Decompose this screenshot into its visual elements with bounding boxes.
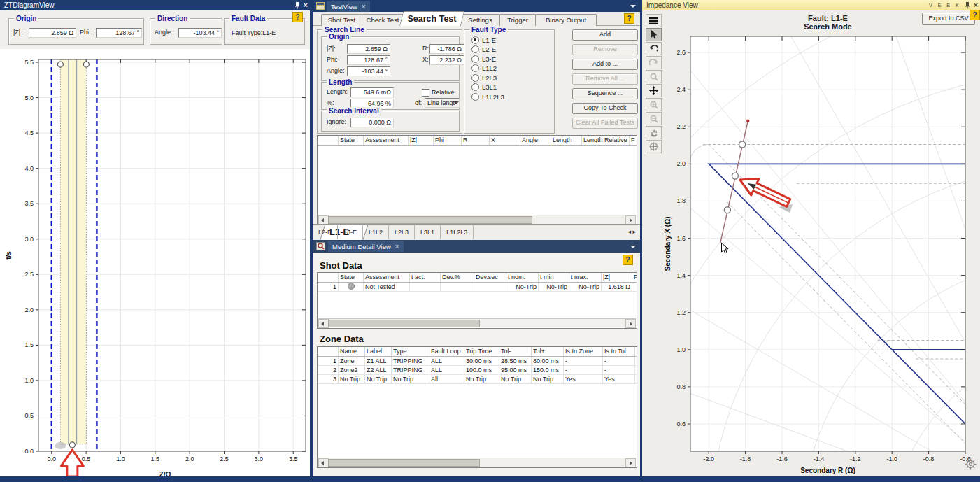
- zone-col-Label[interactable]: Label: [365, 347, 392, 356]
- zone-col-Trip Time[interactable]: Trip Time: [464, 347, 499, 356]
- shot-col-Phi[interactable]: Phi: [632, 273, 637, 282]
- pin-icon[interactable]: [964, 1, 971, 9]
- zone-table-row[interactable]: 2Zone2Z2 ALLTRIPPINGALL100.0 ms95.00 ms1…: [318, 366, 637, 375]
- zone-col-Is In Zone[interactable]: Is In Zone: [564, 347, 603, 356]
- sl-r-field[interactable]: -1.786 Ω: [429, 44, 464, 54]
- fault-type-radio-l3-e[interactable]: L3-E: [471, 55, 551, 63]
- shot-hscrollbar[interactable]: [318, 318, 636, 327]
- shot-col-|Z|[interactable]: |Z|: [602, 273, 632, 282]
- panel-splitter-right[interactable]: [640, 0, 642, 476]
- shot-table-row[interactable]: 1Not TestedNo-TripNo-TripNo-Trip1.618 Ω4: [318, 283, 637, 292]
- copy-to-check-button[interactable]: Copy To Check: [572, 103, 638, 114]
- fault-type-radio-l1-e[interactable]: L1-E: [471, 36, 551, 44]
- sl-z-field[interactable]: 2.859 Ω: [347, 44, 390, 54]
- tab-binary-output[interactable]: Binary Output: [535, 14, 597, 26]
- zone-col-col[interactable]: [318, 347, 339, 356]
- help-button[interactable]: ?: [292, 12, 303, 22]
- fault-type-radio-l1l2[interactable]: L1L2: [471, 65, 551, 73]
- zone-table-row[interactable]: 1ZoneZ1 ALLTRIPPINGALL30.00 ms28.50 ms80…: [318, 357, 637, 366]
- zone-col-Tol+[interactable]: Tol+: [532, 347, 564, 356]
- tab-check-test[interactable]: Check Test: [362, 14, 404, 26]
- fault-tab-l3l1[interactable]: L3L1: [415, 225, 441, 239]
- tabs-next-icon[interactable]: ▸: [632, 228, 636, 235]
- close-icon[interactable]: ×: [304, 0, 308, 10]
- detailview-window-tab[interactable]: Medium Detail View ×: [328, 241, 404, 252]
- tab-settings[interactable]: Settings: [460, 14, 500, 26]
- fault-type-radio-l2-e[interactable]: L2-E: [471, 46, 551, 54]
- impedance-chart[interactable]: -2.0-1.8-1.6-1.4-1.2-1.0-0.8-0.60.60.81.…: [642, 10, 980, 476]
- results-col-State[interactable]: State: [339, 136, 364, 145]
- results-col-Phi[interactable]: Phi: [434, 136, 462, 145]
- of-select-caret-icon[interactable]: [453, 101, 459, 104]
- remove-button[interactable]: Remove: [572, 44, 638, 55]
- zone-col-Name[interactable]: Name: [339, 347, 365, 356]
- clear-all-failed-tests-button[interactable]: Clear All Failed Tests: [572, 118, 638, 129]
- zone-hscrollbar[interactable]: [318, 458, 636, 467]
- impedance-help-button[interactable]: ?: [970, 10, 980, 20]
- testview-help-button[interactable]: ?: [624, 13, 634, 24]
- relative-checkbox[interactable]: [422, 89, 429, 97]
- settings-gear-icon[interactable]: [965, 458, 977, 470]
- fault-type-radio-l3l1[interactable]: L3L1: [471, 84, 551, 92]
- results-col-Angle[interactable]: Angle: [520, 136, 551, 145]
- zone-col-Type[interactable]: Type: [392, 347, 429, 356]
- zone-table-row[interactable]: 3No TripNo TripNo TripAllNo TripNo TripN…: [318, 375, 637, 384]
- fault-tab-l1l2l3[interactable]: L1L2L3: [441, 225, 474, 239]
- docking-buttons[interactable]: V E B K: [929, 0, 961, 10]
- zone-col-col[interactable]: [635, 347, 637, 356]
- length-field[interactable]: 649.6 mΩ: [350, 87, 394, 97]
- shot-col-row[interactable]: [318, 273, 339, 282]
- results-col-X[interactable]: X: [490, 136, 520, 145]
- export-to-csv-button[interactable]: Export to CSV: [922, 13, 975, 25]
- testview-window-tab[interactable]: TestView ×: [327, 1, 370, 12]
- fault-tab-l1l2[interactable]: L1L2: [363, 225, 389, 239]
- sequence-button[interactable]: Sequence ...: [572, 88, 638, 99]
- panel-splitter-left[interactable]: [310, 0, 313, 476]
- fault-tab-l2-e[interactable]: L2-E: [313, 225, 338, 239]
- fault-tab-l2l3[interactable]: L2L3: [389, 225, 415, 239]
- tab-search-test[interactable]: Search Test: [399, 11, 464, 26]
- results-col-F[interactable]: F: [630, 136, 637, 145]
- shot-col-t nom.[interactable]: t nom.: [506, 273, 539, 282]
- shot-col-State[interactable]: State: [339, 273, 364, 282]
- shot-col-t act.[interactable]: t act.: [410, 273, 441, 282]
- fault-tab-l3-e[interactable]: L3-E: [338, 225, 363, 239]
- testview-close-icon[interactable]: ×: [362, 1, 366, 12]
- angle-field[interactable]: -103.44 °: [178, 28, 222, 38]
- results-col-Length Relative[interactable]: Length Relative: [582, 136, 630, 145]
- results-col-R[interactable]: R: [462, 136, 490, 145]
- results-col-|Z|[interactable]: |Z|: [409, 136, 434, 145]
- tab-trigger[interactable]: Trigger: [499, 14, 536, 26]
- zt-chart[interactable]: 0.00.51.01.52.02.53.03.50.00.51.01.52.02…: [0, 49, 310, 476]
- z-field[interactable]: 2.859 Ω: [29, 28, 76, 38]
- sl-angle-field[interactable]: -103.44 °: [347, 66, 390, 76]
- add-button[interactable]: Add: [572, 29, 638, 41]
- results-hscrollbar[interactable]: [318, 215, 636, 224]
- remove-all-button[interactable]: Remove All ...: [572, 73, 638, 85]
- close-icon[interactable]: ×: [974, 0, 978, 10]
- tab-shot-test[interactable]: Shot Test: [321, 14, 362, 26]
- fault-tabs-nav[interactable]: ◂ ▸: [627, 228, 636, 235]
- pin-icon[interactable]: [294, 1, 301, 9]
- zone-col-Fault Loop[interactable]: Fault Loop: [429, 347, 464, 356]
- zone-col-Is In Tol[interactable]: Is In Tol: [603, 347, 635, 356]
- phi-field[interactable]: 128.67 °: [96, 28, 142, 38]
- shot-data-table[interactable]: StateAssessmentt act.Dev.%Dev.sect nom.t…: [317, 272, 637, 329]
- search-results-table[interactable]: StateAssessment|Z|PhiRXAngleLengthLength…: [317, 135, 637, 225]
- testview-menu-caret-icon[interactable]: [630, 5, 636, 8]
- add-to-button[interactable]: Add to ...: [572, 59, 638, 70]
- zone-col-Tol-[interactable]: Tol-: [499, 347, 532, 356]
- detailview-menu-caret-icon[interactable]: [630, 246, 636, 248]
- zone-data-table[interactable]: NameLabelTypeFault LoopTrip TimeTol-Tol+…: [317, 346, 637, 468]
- detailview-help-button[interactable]: ?: [623, 255, 633, 265]
- results-col-row[interactable]: [318, 136, 339, 145]
- results-col-Length[interactable]: Length: [551, 136, 582, 145]
- shot-col-Assessment[interactable]: Assessment: [364, 273, 410, 282]
- shot-col-Dev.%[interactable]: Dev.%: [441, 273, 474, 282]
- sl-phi-field[interactable]: 128.67 °: [347, 55, 390, 65]
- tabs-prev-icon[interactable]: ◂: [627, 228, 631, 235]
- detailview-close-icon[interactable]: ×: [395, 241, 399, 252]
- ignore-field[interactable]: 0.000 Ω: [350, 118, 394, 127]
- shot-col-Dev.sec[interactable]: Dev.sec: [474, 273, 506, 282]
- results-col-Assessment[interactable]: Assessment: [364, 136, 409, 145]
